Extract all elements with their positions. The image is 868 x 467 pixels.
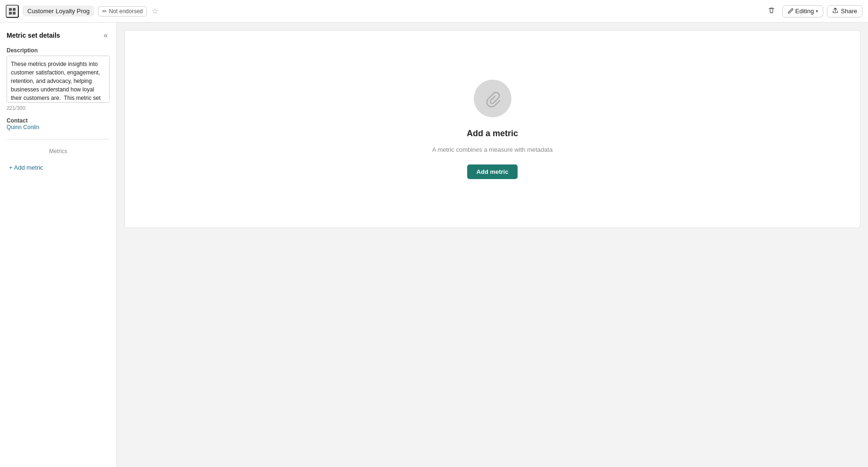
add-metric-label: Add metric <box>477 168 509 175</box>
star-button[interactable]: ☆ <box>151 6 159 16</box>
add-metric-button[interactable]: Add metric <box>467 164 518 179</box>
main-content: Add a metric A metric combines a measure… <box>117 23 868 467</box>
badge-label: Not endorsed <box>109 8 143 15</box>
metrics-label: Metrics <box>7 148 110 155</box>
collapse-button[interactable]: « <box>102 30 110 41</box>
star-icon: ☆ <box>152 7 158 15</box>
sidebar-header: Metric set details « <box>7 30 110 41</box>
topbar-right: Editing ▾ Share <box>764 4 862 18</box>
collapse-icon: « <box>104 31 108 39</box>
share-icon <box>832 8 838 15</box>
add-metric-sidebar-label: + Add metric <box>9 164 43 171</box>
trash-icon <box>768 7 775 16</box>
svg-rect-2 <box>9 12 12 15</box>
svg-rect-0 <box>9 8 12 11</box>
description-textarea[interactable] <box>7 56 110 103</box>
topbar: Customer Loyalty Prog ✏ Not endorsed ☆ E <box>0 0 868 23</box>
tab-label: Customer Loyalty Prog <box>27 8 89 15</box>
pencil-icon: ✏ <box>102 8 107 15</box>
svg-rect-1 <box>13 8 16 11</box>
pencil-small-icon <box>787 8 794 15</box>
editing-label: Editing <box>795 8 814 15</box>
char-count: 221/300 <box>7 105 110 111</box>
grid-icon-button[interactable] <box>6 5 19 18</box>
svg-rect-3 <box>13 12 16 15</box>
share-label: Share <box>841 8 857 15</box>
share-button[interactable]: Share <box>827 5 862 17</box>
empty-state-subtitle: A metric combines a measure with metadat… <box>432 146 553 153</box>
contact-label: Contact <box>7 117 110 124</box>
main-layout: Metric set details « Description 221/300… <box>0 23 868 467</box>
topbar-left: Customer Loyalty Prog ✏ Not endorsed ☆ <box>6 5 761 18</box>
endorsement-badge[interactable]: ✏ Not endorsed <box>98 6 147 16</box>
delete-button[interactable] <box>764 4 779 18</box>
add-metric-sidebar-button[interactable]: + Add metric <box>7 163 110 172</box>
contact-section: Contact Quinn Conlin <box>7 115 110 131</box>
contact-value[interactable]: Quinn Conlin <box>7 124 110 131</box>
metric-empty-card: Add a metric A metric combines a measure… <box>124 30 860 228</box>
sidebar: Metric set details « Description 221/300… <box>0 23 117 467</box>
divider <box>7 139 110 139</box>
editing-button[interactable]: Editing ▾ <box>782 5 824 17</box>
description-section: Description 221/300 <box>7 47 110 111</box>
empty-state-title: Add a metric <box>467 129 518 139</box>
description-label: Description <box>7 47 110 54</box>
chevron-down-icon: ▾ <box>816 8 818 14</box>
document-tab[interactable]: Customer Loyalty Prog <box>23 6 94 16</box>
sidebar-title: Metric set details <box>7 32 60 39</box>
metric-placeholder-icon <box>474 80 511 117</box>
